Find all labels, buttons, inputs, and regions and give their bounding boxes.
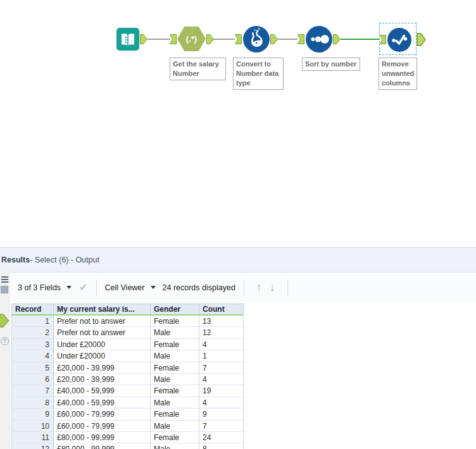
table-row[interactable]: 8£40,000 - 59,999Male4	[11, 397, 244, 409]
input-anchor[interactable]	[170, 34, 177, 47]
table-row[interactable]: 1Prefer not to answerFemale13	[11, 316, 244, 327]
table-cell[interactable]: £80,000 - 99,999	[54, 432, 151, 443]
table-cell[interactable]: £20,000 - 39,999	[54, 362, 151, 374]
table-cell[interactable]: Female	[151, 339, 199, 350]
table-cell[interactable]: 4	[11, 350, 54, 362]
workflow-canvas[interactable]: (.*)	[0, 0, 476, 247]
input-anchor[interactable]	[380, 35, 386, 47]
tool-annotation[interactable]: Convert to Number data type	[233, 58, 284, 90]
output-anchor[interactable]	[333, 34, 341, 47]
table-row[interactable]: 2Prefer not to answerMale12	[11, 327, 244, 338]
table-cell[interactable]: 7	[199, 421, 244, 432]
column-header[interactable]: Record	[11, 304, 54, 316]
table-cell[interactable]: 2	[11, 327, 54, 338]
table-row[interactable]: 12£80,000 - 99,999Male8	[11, 443, 244, 449]
table-cell[interactable]: Female	[151, 316, 199, 327]
table-cell[interactable]: Under £20000	[54, 350, 151, 362]
output-anchor[interactable]	[416, 33, 426, 49]
table-row[interactable]: 5£20,000 - 39,999Female7	[11, 362, 244, 374]
table-cell[interactable]: Under £20000	[54, 339, 151, 350]
table-cell[interactable]: Male	[151, 397, 199, 409]
table-cell[interactable]: Prefer not to answer	[54, 316, 151, 327]
table-cell[interactable]: £60,000 - 79,999	[54, 409, 151, 420]
table-cell[interactable]: £60,000 - 79,999	[54, 421, 151, 432]
input-anchor[interactable]	[235, 34, 242, 47]
output-anchor[interactable]	[140, 34, 147, 47]
table-cell[interactable]: Female	[151, 362, 199, 374]
table-cell[interactable]: 13	[199, 316, 244, 327]
table-cell[interactable]: 12	[11, 443, 54, 449]
output-anchor[interactable]	[206, 34, 214, 47]
table-cell[interactable]: Prefer not to answer	[54, 327, 151, 338]
table-row[interactable]: 10£60,000 - 79,999Male7	[11, 421, 244, 432]
table-row[interactable]: 3Under £20000Female4	[11, 339, 244, 350]
column-header[interactable]: Gender	[151, 304, 199, 316]
connection-wire-selected[interactable]	[341, 39, 380, 40]
input-anchor[interactable]	[298, 34, 304, 47]
table-cell[interactable]: Female	[151, 432, 199, 443]
fields-dropdown[interactable]: 3 of 3 Fields	[18, 283, 61, 292]
table-cell[interactable]: Male	[151, 327, 199, 338]
table-cell[interactable]: 5	[11, 362, 54, 374]
table-cell[interactable]: 7	[199, 362, 244, 374]
chevron-down-icon[interactable]	[66, 286, 72, 289]
scroll-down-icon[interactable]: ↓	[270, 281, 275, 294]
table-cell[interactable]: 4	[199, 339, 244, 350]
table-cell[interactable]: Female	[151, 409, 199, 420]
input-data-book-icon	[116, 42, 139, 52]
table-row[interactable]: 6£20,000 - 39,999Male4	[11, 374, 244, 385]
tool-input-data[interactable]	[116, 28, 139, 53]
output-anchor-button[interactable]	[0, 314, 9, 330]
column-header[interactable]: Count	[199, 304, 244, 316]
table-cell[interactable]: 9	[11, 409, 54, 420]
table-cell[interactable]: 12	[199, 327, 244, 338]
table-cell[interactable]: 6	[11, 374, 54, 385]
help-icon[interactable]: ?	[1, 337, 9, 345]
column-header[interactable]: My current salary is...	[54, 304, 151, 316]
tool-regex[interactable]: (.*)	[177, 27, 206, 51]
scroll-up-icon[interactable]: ↑	[256, 281, 262, 294]
table-row[interactable]: 4Under £20000Male1	[11, 350, 244, 362]
table-cell[interactable]: 4	[199, 397, 244, 409]
tool-annotation[interactable]: Get the salary Number	[170, 58, 226, 80]
table-cell[interactable]: Male	[151, 374, 199, 385]
table-cell[interactable]: 10	[11, 421, 54, 432]
table-cell[interactable]: 7	[11, 385, 54, 397]
table-cell[interactable]: 4	[199, 374, 244, 385]
tool-sort[interactable]	[306, 26, 332, 55]
table-cell[interactable]: 24	[199, 432, 244, 443]
tool-annotation[interactable]: Remove unwanted columns	[379, 58, 417, 90]
table-cell[interactable]: £40,000 - 59,999	[54, 397, 151, 409]
table-row[interactable]: 9£60,000 - 79,999Female9	[11, 409, 244, 420]
table-cell[interactable]: 8	[11, 397, 54, 409]
chevron-down-icon[interactable]	[151, 286, 156, 289]
connection-wire[interactable]	[213, 39, 235, 40]
table-row[interactable]: 11£80,000 - 99,999Female24	[11, 432, 244, 443]
connection-wire[interactable]	[278, 39, 298, 40]
table-cell[interactable]: 1	[199, 350, 244, 362]
tool-annotation[interactable]: Sort by number	[302, 58, 360, 71]
table-row[interactable]: 7£40,000 - 59,999Female19	[11, 385, 244, 397]
table-cell[interactable]: Male	[151, 443, 199, 449]
connection-wire[interactable]	[147, 39, 170, 40]
table-cell[interactable]: 8	[199, 443, 244, 449]
table-cell[interactable]: Male	[151, 421, 199, 432]
table-cell[interactable]: Female	[151, 385, 199, 397]
table-cell[interactable]: Male	[151, 350, 199, 362]
table-cell[interactable]: 1	[11, 316, 54, 327]
cell-viewer-dropdown[interactable]: Cell Viewer	[105, 283, 145, 292]
flask-icon	[243, 44, 270, 54]
table-cell[interactable]: 19	[199, 385, 244, 397]
table-cell[interactable]: £40,000 - 59,999	[54, 385, 151, 397]
tool-select[interactable]	[387, 28, 411, 54]
table-cell[interactable]: £20,000 - 39,999	[54, 374, 151, 385]
table-cell[interactable]: 11	[11, 432, 54, 443]
table-cell[interactable]: 9	[199, 409, 244, 420]
table-cell[interactable]: £80,000 - 99,999	[54, 443, 151, 449]
table-cell[interactable]: 3	[11, 339, 54, 350]
output-anchor[interactable]	[270, 34, 278, 47]
apply-check-icon[interactable]: ✔	[79, 281, 87, 293]
menu-icon[interactable]	[1, 276, 8, 284]
rail-config-button[interactable]	[1, 286, 8, 293]
tool-formula[interactable]	[243, 26, 270, 55]
